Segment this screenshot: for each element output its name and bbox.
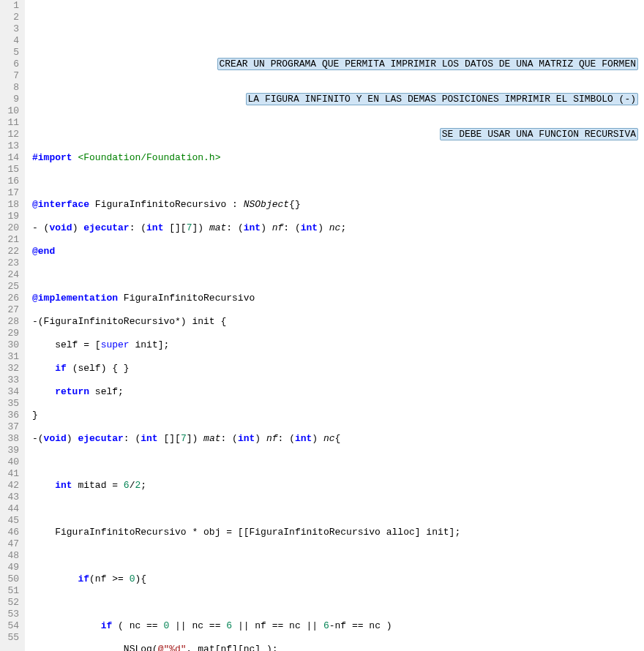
- line-number: 55: [3, 632, 19, 644]
- line-number: 9: [3, 94, 19, 105]
- line-number: 48: [3, 550, 19, 562]
- code-line: if(nf >= 0){: [32, 573, 644, 585]
- line-number: 20: [3, 222, 19, 234]
- line-number: 45: [3, 515, 19, 527]
- line-number: 42: [3, 480, 19, 492]
- line-number: 38: [3, 433, 19, 445]
- code-line: [32, 176, 644, 187]
- line-number: 37: [3, 421, 19, 433]
- line-number: 16: [3, 176, 19, 187]
- comment-line-3: SE DEBE USAR UNA FUNCION RECURSIVA: [440, 128, 638, 140]
- line-number: 50: [3, 573, 19, 585]
- line-number: 22: [3, 246, 19, 257]
- code-line: FiguraInfinitoRecursivo * obj = [[Figura…: [32, 527, 644, 538]
- code-line: [32, 597, 644, 609]
- code-line: [32, 456, 644, 468]
- line-number: 41: [3, 468, 19, 480]
- line-number: 47: [3, 538, 19, 550]
- line-number: 27: [3, 304, 19, 316]
- line-number: 14: [3, 152, 19, 164]
- line-number: 26: [3, 293, 19, 304]
- code-line: @implementation FiguraInfinitoRecursivo: [32, 293, 644, 304]
- line-number: 31: [3, 351, 19, 363]
- line-number: 52: [3, 597, 19, 609]
- line-number: 51: [3, 585, 19, 597]
- code-line: self = [super init];: [32, 339, 644, 351]
- line-number: 25: [3, 281, 19, 293]
- line-number: 40: [3, 456, 19, 468]
- code-line: @end: [32, 246, 644, 257]
- line-number-gutter: 1234567891011121314151617181920212223242…: [0, 0, 25, 651]
- line-number: 15: [3, 164, 19, 176]
- line-number: 46: [3, 527, 19, 538]
- line-number: 34: [3, 386, 19, 398]
- line-number: 33: [3, 375, 19, 386]
- line-number: 30: [3, 339, 19, 351]
- line-number: 7: [3, 70, 19, 82]
- line-number: 18: [3, 199, 19, 211]
- code-line: }: [32, 410, 644, 421]
- code-line: - (void) ejecutar: (int [][7]) mat: (int…: [32, 222, 644, 234]
- line-number: 4: [3, 35, 19, 47]
- code-line: [32, 269, 644, 281]
- code-line: if (self) { }: [32, 363, 644, 375]
- header-comment: CREAR UN PROGRAMA QUE PERMITA IMPRIMIR L…: [217, 35, 639, 164]
- code-line: -(void) ejecutar: (int [][7]) mat: (int)…: [32, 433, 644, 445]
- line-number: 10: [3, 105, 19, 117]
- comment-line-1: CREAR UN PROGRAMA QUE PERMITA IMPRIMIR L…: [217, 58, 639, 70]
- line-number: 49: [3, 562, 19, 573]
- line-number: 23: [3, 257, 19, 269]
- line-number: 36: [3, 410, 19, 421]
- code-line: return self;: [32, 386, 644, 398]
- code-line: [32, 503, 644, 515]
- line-number: 35: [3, 398, 19, 410]
- line-number: 2: [3, 12, 19, 23]
- line-number: 28: [3, 316, 19, 328]
- line-number: 21: [3, 234, 19, 246]
- line-number: 13: [3, 140, 19, 152]
- code-line: @interface FiguraInfinitoRecursivo : NSO…: [32, 199, 644, 211]
- line-number: 3: [3, 23, 19, 35]
- line-number: 12: [3, 129, 19, 140]
- line-number: 19: [3, 211, 19, 222]
- code-line: [32, 550, 644, 562]
- line-number: 53: [3, 609, 19, 620]
- line-number: 24: [3, 269, 19, 281]
- line-number: 6: [3, 59, 19, 70]
- code-line: -(FiguraInfinitoRecursivo*) init {: [32, 316, 644, 328]
- line-number: 8: [3, 82, 19, 94]
- code-editor: 1234567891011121314151617181920212223242…: [0, 0, 644, 651]
- code-line: NSLog(@"%d", mat[nf][nc] );: [32, 644, 644, 651]
- line-number: 39: [3, 445, 19, 456]
- line-number: 29: [3, 328, 19, 339]
- line-number: 44: [3, 503, 19, 515]
- line-number: 1: [3, 0, 19, 12]
- line-number: 43: [3, 492, 19, 503]
- comment-line-2: LA FIGURA INFINITO Y EN LAS DEMAS POSICI…: [246, 93, 639, 105]
- line-number: 32: [3, 363, 19, 375]
- line-number: 5: [3, 47, 19, 59]
- code-line: if ( nc == 0 || nc == 6 || nf == nc || 6…: [32, 620, 644, 632]
- line-number: 11: [3, 117, 19, 129]
- line-number: 17: [3, 187, 19, 199]
- code-area: tutorias.co CREAR UN PROGRAMA QUE PERMIT…: [25, 0, 644, 651]
- code-line: int mitad = 6/2;: [32, 480, 644, 492]
- line-number: 54: [3, 620, 19, 632]
